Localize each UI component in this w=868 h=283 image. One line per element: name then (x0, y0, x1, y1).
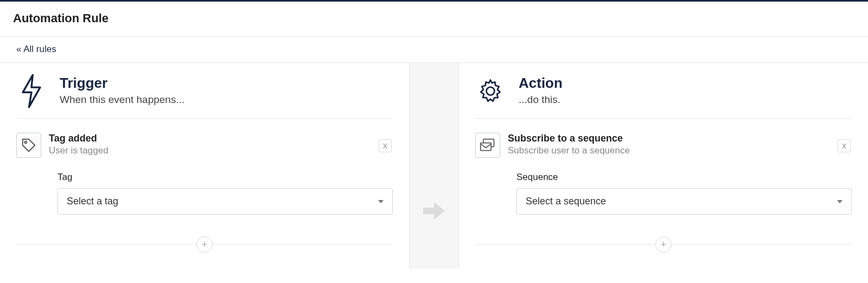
trigger-field-label: Tag (58, 172, 393, 183)
caret-down-icon (378, 200, 384, 203)
trigger-panel: Trigger When this event happens... Tag a… (0, 63, 410, 269)
select-tag-dropdown[interactable]: Select a tag (58, 188, 393, 215)
action-field-group: Sequence Select a sequence (516, 172, 852, 215)
action-field-label: Sequence (516, 172, 852, 183)
remove-action-button[interactable]: X (838, 139, 851, 152)
trigger-card: Tag added User is tagged X Tag Select a … (16, 133, 393, 215)
action-card: Subscribe to a sequence Subscribe user t… (475, 133, 852, 215)
sequence-icon (475, 133, 500, 158)
select-sequence-placeholder: Select a sequence (526, 196, 606, 207)
remove-trigger-button[interactable]: X (379, 139, 392, 152)
svg-point-1 (487, 87, 495, 95)
caret-down-icon (837, 200, 843, 203)
gear-icon (475, 74, 506, 108)
add-action-row: + (475, 236, 852, 253)
trigger-field-group: Tag Select a tag (58, 172, 393, 215)
action-card-sublabel: Subscribe user to a sequence (508, 145, 630, 156)
flow-arrow-area (410, 63, 458, 269)
page-header: Automation Rule (0, 2, 868, 36)
select-sequence-dropdown[interactable]: Select a sequence (516, 188, 852, 215)
add-action-button[interactable]: + (655, 236, 672, 253)
add-trigger-row: + (16, 236, 393, 253)
action-panel: Action ...do this. Subscribe to a sequen… (458, 63, 868, 269)
action-title: Action (519, 75, 563, 92)
tag-icon (16, 133, 41, 158)
action-subtitle: ...do this. (519, 94, 563, 106)
page-title: Automation Rule (13, 11, 855, 25)
breadcrumb: « All rules (0, 37, 868, 62)
trigger-card-label: Tag added (49, 133, 108, 144)
svg-rect-3 (481, 143, 491, 151)
select-tag-placeholder: Select a tag (67, 196, 118, 207)
lightning-icon (16, 74, 47, 108)
trigger-subtitle: When this event happens... (60, 94, 184, 106)
add-trigger-button[interactable]: + (196, 236, 213, 253)
action-card-label: Subscribe to a sequence (508, 133, 630, 144)
trigger-card-sublabel: User is tagged (49, 145, 108, 156)
svg-point-0 (25, 142, 27, 144)
trigger-header: Trigger When this event happens... (16, 74, 393, 119)
automation-builder: Trigger When this event happens... Tag a… (0, 62, 868, 269)
action-header: Action ...do this. (475, 74, 852, 119)
back-link[interactable]: « All rules (16, 44, 56, 54)
arrow-right-icon (421, 198, 447, 226)
trigger-title: Trigger (60, 75, 184, 92)
